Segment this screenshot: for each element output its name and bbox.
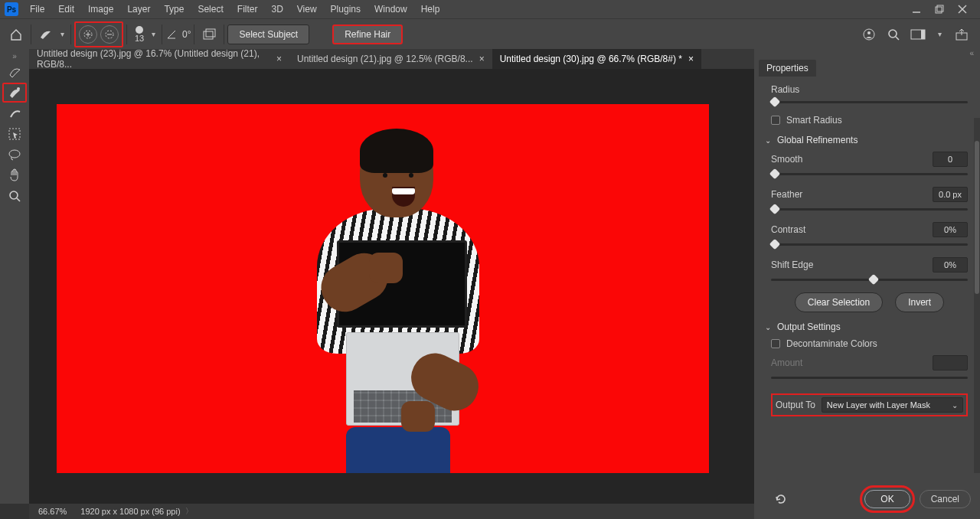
share-icon[interactable] [954, 27, 969, 42]
panel-collapse[interactable]: » [12, 52, 17, 61]
menu-layer[interactable]: Layer [120, 1, 157, 18]
svg-rect-1 [936, 7, 942, 13]
panel-scrollbar[interactable] [974, 118, 980, 473]
properties-tab[interactable]: Properties [759, 60, 816, 77]
section-title: Output Settings [777, 322, 841, 332]
output-to-label: Output To [776, 400, 815, 410]
smooth-slider[interactable] [771, 168, 968, 179]
smooth-value[interactable]: 0 [933, 152, 968, 167]
document-canvas[interactable] [57, 104, 709, 473]
brush-size-value: 13 [135, 34, 144, 43]
feather-value[interactable]: 0.0 px [933, 187, 968, 202]
subject-illustration [286, 133, 493, 473]
smooth-label: Smooth [771, 154, 802, 165]
amount-value [933, 355, 968, 370]
brush-preview-icon [136, 26, 143, 34]
refine-edge-brush-tool[interactable] [2, 83, 27, 103]
hand-tool[interactable] [2, 165, 27, 185]
tab-close[interactable]: × [479, 54, 485, 64]
section-title: Global Refinements [777, 135, 858, 145]
menu-filter[interactable]: Filter [230, 1, 265, 18]
document-tabs: Untitled design (23).jpg @ 16.7% (Untitl… [29, 49, 754, 69]
menu-window[interactable]: Window [368, 1, 414, 18]
menu-edit[interactable]: Edit [51, 1, 81, 18]
chevron-down-icon: ⌄ [765, 136, 771, 145]
brush-picker-dropdown[interactable]: ▾ [149, 30, 158, 38]
sample-layers-button[interactable] [198, 23, 220, 46]
menu-file[interactable]: File [23, 1, 51, 18]
document-tab[interactable]: Untitled design (30).jpg @ 66.7% (RGB/8#… [492, 49, 701, 69]
tab-close[interactable]: × [276, 54, 282, 64]
zoom-level[interactable]: 66.67% [38, 507, 67, 516]
canvas-area[interactable] [29, 69, 754, 504]
object-select-tool[interactable] [2, 124, 27, 144]
menu-type[interactable]: Type [157, 1, 191, 18]
refine-hair-button[interactable]: Refine Hair [332, 24, 403, 44]
window-minimize[interactable] [911, 4, 922, 15]
svg-rect-10 [204, 31, 213, 39]
menu-view[interactable]: View [290, 1, 324, 18]
feather-slider[interactable] [771, 204, 968, 214]
select-subject-button[interactable]: Select Subject [227, 24, 309, 44]
status-flyout[interactable]: 〉 [185, 506, 193, 517]
contrast-value[interactable]: 0% [933, 222, 968, 237]
add-mode-button[interactable] [79, 25, 97, 44]
tab-close[interactable]: × [688, 54, 694, 64]
menu-plugins[interactable]: Plugins [324, 1, 368, 18]
invert-button[interactable]: Invert [895, 292, 944, 312]
window-close[interactable] [957, 4, 968, 15]
angle-icon [165, 28, 178, 41]
amount-slider [771, 372, 968, 383]
shift-edge-value[interactable]: 0% [933, 257, 968, 273]
quick-select-tool[interactable] [2, 62, 27, 82]
output-settings-header[interactable]: ⌄ Output Settings [765, 322, 968, 332]
contrast-label: Contrast [771, 224, 805, 235]
svg-rect-2 [937, 5, 943, 11]
brush-size-display[interactable]: 13 [130, 26, 149, 43]
lasso-tool[interactable] [2, 145, 27, 165]
window-controls [911, 4, 975, 15]
app-logo: Ps [5, 2, 18, 16]
brush-angle-control[interactable]: 0° [165, 28, 191, 41]
ok-button[interactable]: OK [864, 490, 910, 508]
smart-radius-checkbox[interactable] [771, 116, 780, 125]
decontaminate-label: Decontaminate Colors [786, 338, 877, 349]
contrast-slider[interactable] [771, 239, 968, 250]
shift-edge-slider[interactable] [771, 274, 968, 285]
document-tab[interactable]: Untitled design (23).jpg @ 16.7% (Untitl… [29, 49, 289, 69]
options-bar: ▾ 13 ▾ 0° Select Subject Refine Hair [0, 18, 980, 49]
output-to-select[interactable]: New Layer with Layer Mask ⌄ [822, 397, 963, 413]
menu-3d[interactable]: 3D [264, 1, 289, 18]
tool-panel: » [0, 49, 29, 504]
tool-preset-icon[interactable] [34, 23, 57, 46]
document-dimensions: 1920 px x 1080 px (96 ppi) [80, 507, 180, 516]
panel-footer: OK Cancel [754, 478, 980, 519]
chevron-down-icon: ⌄ [765, 323, 771, 331]
cloud-docs-icon[interactable] [861, 27, 877, 42]
workspace-switcher[interactable] [910, 27, 926, 42]
tool-preset-dropdown[interactable]: ▾ [57, 30, 67, 38]
radius-slider[interactable] [771, 96, 968, 107]
workspace-dropdown[interactable]: ▾ [935, 30, 945, 38]
cancel-button[interactable]: Cancel [920, 490, 971, 508]
amount-label: Amount [771, 357, 802, 368]
window-restore[interactable] [934, 4, 945, 15]
global-refinements-header[interactable]: ⌄ Global Refinements [765, 135, 968, 145]
svg-line-23 [17, 198, 20, 201]
document-tab[interactable]: Untitled design (21).jpg @ 12.5% (RGB/8.… [289, 49, 492, 69]
zoom-tool[interactable] [2, 186, 27, 206]
brush-mode-group [74, 21, 123, 47]
panel-collapse[interactable]: « [754, 49, 980, 58]
status-bar: 66.67% 1920 px x 1080 px (96 ppi) 〉 [29, 504, 754, 519]
home-button[interactable] [5, 23, 28, 46]
search-icon[interactable] [886, 27, 901, 42]
reset-button[interactable] [771, 491, 791, 507]
brush-tool[interactable] [2, 103, 27, 123]
decontaminate-checkbox[interactable] [771, 339, 780, 348]
menu-help[interactable]: Help [414, 1, 447, 18]
svg-point-19 [17, 87, 20, 90]
clear-selection-button[interactable]: Clear Selection [795, 292, 883, 312]
subtract-mode-button[interactable] [100, 25, 119, 44]
menu-image[interactable]: Image [81, 1, 120, 18]
menu-select[interactable]: Select [191, 1, 230, 18]
